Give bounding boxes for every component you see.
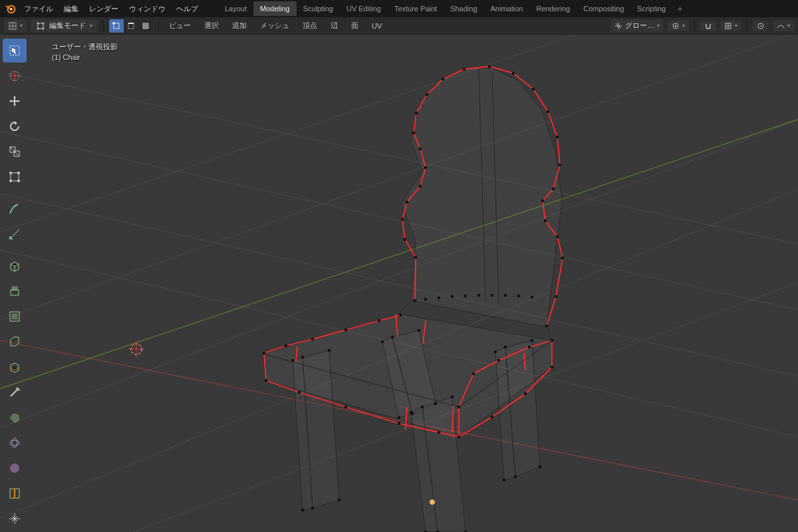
add-workspace-button[interactable]: + <box>672 1 687 16</box>
smooth-tool[interactable] <box>3 456 27 480</box>
menu-編集[interactable]: 編集 <box>59 2 84 15</box>
svg-point-147 <box>12 438 17 448</box>
mode-dropdown[interactable]: 編集モード ▾ <box>31 19 98 32</box>
svg-line-24 <box>0 120 798 347</box>
spin-tool[interactable] <box>3 431 27 455</box>
svg-point-56 <box>419 185 422 188</box>
svg-point-129 <box>531 296 534 299</box>
projection-label: ユーザー・透視投影 <box>52 41 118 52</box>
svg-point-128 <box>517 295 521 298</box>
move-tool[interactable] <box>3 89 27 113</box>
workspace-tab-modeling[interactable]: Modeling <box>253 1 297 16</box>
workspace-tab-layout[interactable]: Layout <box>218 1 253 16</box>
workspace-tab-shading[interactable]: Shading <box>444 1 483 16</box>
mesh-menu[interactable]: メッシュ <box>255 21 294 31</box>
svg-point-60 <box>415 112 418 115</box>
workspace-tab-rendering[interactable]: Rendering <box>529 1 577 16</box>
menu-ヘルプ[interactable]: ヘルプ <box>171 2 203 15</box>
svg-point-115 <box>504 346 507 349</box>
pivot-dropdown[interactable]: ▾ <box>668 21 689 31</box>
svg-point-125 <box>477 294 481 297</box>
svg-line-25 <box>7 73 798 287</box>
proportional-dropdown[interactable]: ▾ <box>773 21 794 31</box>
svg-point-91 <box>398 422 401 426</box>
svg-point-90 <box>344 406 348 409</box>
face-select-mode[interactable] <box>138 19 153 33</box>
svg-rect-142 <box>11 290 19 295</box>
extrude-tool[interactable] <box>3 279 27 303</box>
editor-type-dropdown[interactable]: ▾ <box>4 19 27 33</box>
blender-logo-icon <box>4 2 17 15</box>
rotate-tool[interactable] <box>3 114 27 138</box>
add-cube-tool[interactable] <box>3 254 27 278</box>
svg-point-72 <box>544 219 547 223</box>
svg-point-9 <box>43 27 45 29</box>
loopcut-tool[interactable] <box>3 355 27 379</box>
orientation-dropdown[interactable]: グロー…▾ <box>610 19 664 32</box>
workspace-tab-scripting[interactable]: Scripting <box>630 1 672 16</box>
svg-point-109 <box>421 406 424 409</box>
cursor-tool[interactable] <box>3 64 27 88</box>
workspace-tab-animation[interactable]: Animation <box>484 1 530 16</box>
edge-select-mode[interactable] <box>124 19 138 33</box>
svg-point-87 <box>458 406 461 409</box>
proportional-toggle[interactable] <box>753 21 769 31</box>
svg-point-6 <box>37 22 39 24</box>
select-menu[interactable]: 選択 <box>200 21 223 31</box>
3d-viewport[interactable] <box>0 35 798 532</box>
object-info-label: (1) Chair <box>52 52 118 63</box>
svg-point-110 <box>451 396 454 399</box>
workspace-tab-uv-editing[interactable]: UV Editing <box>340 1 388 16</box>
snap-toggle[interactable] <box>700 21 716 31</box>
workspace-tab-compositing[interactable]: Compositing <box>577 1 630 16</box>
svg-point-120 <box>494 350 497 354</box>
transform-tool[interactable] <box>3 165 27 189</box>
menu-レンダー[interactable]: レンダー <box>84 2 124 15</box>
annotate-tool[interactable] <box>3 197 27 221</box>
measure-tool[interactable] <box>3 222 27 246</box>
svg-point-66 <box>532 88 535 91</box>
workspace-tab-texture-paint[interactable]: Texture Paint <box>388 1 444 16</box>
uv-menu[interactable]: UV <box>367 22 386 30</box>
svg-point-79 <box>311 338 315 341</box>
svg-line-48 <box>547 327 552 340</box>
add-menu[interactable]: 追加 <box>227 21 251 31</box>
shrink-tool[interactable] <box>3 507 27 531</box>
svg-point-84 <box>528 346 531 349</box>
bevel-tool[interactable] <box>3 330 27 354</box>
svg-point-65 <box>512 72 515 75</box>
face-menu[interactable]: 面 <box>346 21 363 31</box>
view-menu[interactable]: ビュー <box>164 21 196 31</box>
svg-point-74 <box>561 257 565 260</box>
scale-tool[interactable] <box>3 140 27 164</box>
select-box-tool[interactable] <box>3 39 27 63</box>
svg-point-118 <box>514 475 517 479</box>
menu-ファイル[interactable]: ファイル <box>19 2 59 15</box>
svg-point-123 <box>451 295 454 299</box>
tool-shelf <box>3 39 29 532</box>
svg-point-63 <box>463 68 466 71</box>
edge-slide-tool[interactable] <box>3 481 27 505</box>
svg-point-97 <box>301 356 305 359</box>
chair-mesh[interactable] <box>263 65 565 532</box>
svg-point-101 <box>301 509 305 512</box>
menu-ウィンドウ[interactable]: ウィンドウ <box>124 2 171 15</box>
edge-menu[interactable]: 辺 <box>326 21 342 31</box>
svg-point-88 <box>265 379 268 382</box>
svg-point-105 <box>434 402 438 406</box>
knife-tool[interactable] <box>3 380 27 404</box>
polybuild-tool[interactable] <box>3 406 27 430</box>
svg-point-102 <box>291 359 295 362</box>
svg-point-103 <box>391 336 394 339</box>
workspace-tabs: LayoutModelingSculptingUV EditingTexture… <box>218 1 688 16</box>
svg-rect-14 <box>143 23 148 29</box>
inset-tool[interactable] <box>3 305 27 329</box>
workspace-tab-sculpting[interactable]: Sculpting <box>297 1 340 16</box>
svg-point-86 <box>472 372 475 376</box>
svg-point-140 <box>9 180 12 182</box>
vertex-select-mode[interactable] <box>109 19 124 33</box>
vertex-menu[interactable]: 頂点 <box>298 21 322 31</box>
svg-point-55 <box>406 201 409 204</box>
snap-dropdown[interactable]: ▾ <box>720 21 741 31</box>
svg-point-67 <box>547 110 550 114</box>
